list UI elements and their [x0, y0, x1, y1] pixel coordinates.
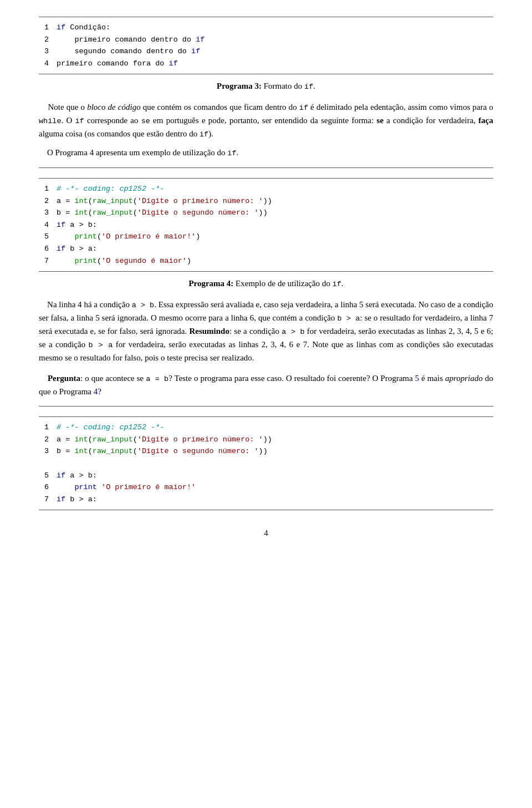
- line-number: 1: [39, 421, 57, 434]
- code-line: 4 if a > b:: [39, 219, 493, 231]
- code-content: b = int(raw_input('Digite o segundo núme…: [57, 445, 268, 458]
- line-number: 5: [39, 231, 57, 243]
- line-number: 3: [39, 45, 57, 58]
- code-line: 5 if a > b:: [39, 470, 493, 482]
- paragraph-2: O Programa 4 apresenta um exemplo de uti…: [39, 146, 493, 160]
- paragraph-body-1: Na linha 4 há a condição a > b. Essa exp…: [39, 298, 493, 364]
- code-content: if Condição:: [57, 22, 110, 34]
- line-number: 4: [39, 58, 57, 70]
- code-line: 3 b = int(raw_input('Digite o segundo nú…: [39, 445, 493, 458]
- horizontal-rule-2: [39, 406, 493, 406]
- code-line: 3 b = int(raw_input('Digite o segundo nú…: [39, 207, 493, 219]
- code-content: if b > a:: [57, 243, 97, 255]
- code-line: 2 a = int(raw_input('Digite o primeiro n…: [39, 195, 493, 207]
- line-number: 6: [39, 481, 57, 494]
- code-content: if a > b:: [57, 470, 97, 482]
- code-line: 7 if b > a:: [39, 494, 493, 506]
- line-number: 3: [39, 207, 57, 219]
- code-line: 1 # -*- coding: cp1252 -*-: [39, 183, 493, 195]
- page-number: 4: [39, 527, 493, 540]
- code-line: 5 print('O primeiro é maior!'): [39, 231, 493, 243]
- code-content: b = int(raw_input('Digite o segundo núme…: [57, 207, 268, 219]
- line-number: 2: [39, 34, 57, 46]
- code-content: primeiro comando fora do if: [57, 58, 178, 70]
- line-number: 5: [39, 470, 57, 482]
- code-line: 7 print('O segundo é maior'): [39, 255, 493, 267]
- caption-text: Exemplo de de utilização do if.: [233, 279, 343, 288]
- code-content: # -*- coding: cp1252 -*-: [57, 421, 164, 434]
- code-block-2: 1 # -*- coding: cp1252 -*- 2 a = int(raw…: [39, 178, 493, 272]
- line-number: 3: [39, 445, 57, 458]
- code-content: segundo comando dentro do if: [57, 45, 200, 58]
- caption-text: Formato do if.: [262, 82, 315, 90]
- caption-label: Programa 4:: [188, 279, 233, 288]
- code-block-1: 1 if Condição: 2 primeiro comando dentro…: [39, 17, 493, 74]
- code-line: 6 print 'O primeiro é maior!': [39, 481, 493, 494]
- caption-programa3: Programa 3: Formato do if.: [39, 80, 493, 93]
- caption-label: Programa 3:: [217, 82, 262, 90]
- code-line: 1 if Condição:: [39, 22, 493, 34]
- code-content: print('O primeiro é maior!'): [57, 231, 200, 243]
- line-number: 7: [39, 255, 57, 267]
- horizontal-rule: [39, 167, 493, 168]
- code-line: 2 a = int(raw_input('Digite o primeiro n…: [39, 434, 493, 446]
- line-number: 1: [39, 22, 57, 34]
- code-content: if b > a:: [57, 494, 97, 506]
- page-num-value: 4: [264, 528, 268, 537]
- line-number: [39, 458, 57, 470]
- code-line: 3 segundo comando dentro do if: [39, 45, 493, 58]
- line-number: 1: [39, 183, 57, 195]
- line-number: 2: [39, 434, 57, 446]
- line-number: 4: [39, 219, 57, 231]
- code-content: print 'O primeiro é maior!': [57, 481, 196, 494]
- code-content: a = int(raw_input('Digite o primeiro núm…: [57, 434, 272, 446]
- line-number: 2: [39, 195, 57, 207]
- code-content: primeiro comando dentro do if: [57, 34, 204, 46]
- code-line: 4 primeiro comando fora do if: [39, 58, 493, 70]
- code-content: if a > b:: [57, 219, 97, 231]
- line-number: 6: [39, 243, 57, 255]
- code-line: 6 if b > a:: [39, 243, 493, 255]
- code-line: 1 # -*- coding: cp1252 -*-: [39, 421, 493, 434]
- code-content: # -*- coding: cp1252 -*-: [57, 183, 164, 195]
- code-content: print('O segundo é maior'): [57, 255, 191, 267]
- caption-programa4: Programa 4: Exemplo de de utilização do …: [39, 277, 493, 291]
- line-number: 7: [39, 494, 57, 506]
- paragraph-1: Note que o bloco de código que contém os…: [39, 101, 493, 141]
- code-content: a = int(raw_input('Digite o primeiro núm…: [57, 195, 272, 207]
- code-line: 2 primeiro comando dentro do if: [39, 34, 493, 46]
- paragraph-pergunta: Pergunta: o que acontece se a = b? Teste…: [39, 372, 493, 398]
- code-line: [39, 458, 493, 470]
- code-block-3: 1 # -*- coding: cp1252 -*- 2 a = int(raw…: [39, 416, 493, 510]
